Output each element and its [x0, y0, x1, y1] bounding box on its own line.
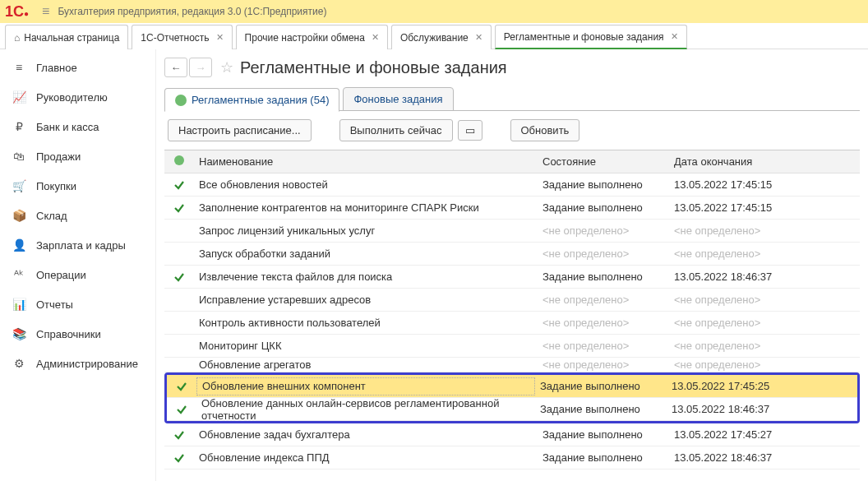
- check-icon: [175, 403, 188, 416]
- sidebar-item[interactable]: 📦Склад: [0, 201, 155, 230]
- row-date-cell: <не определено>: [669, 340, 801, 352]
- close-icon[interactable]: ✕: [475, 32, 482, 43]
- sidebar-item[interactable]: 🛍Продажи: [0, 141, 155, 171]
- row-name-cell: Обновление индекса ППД: [194, 451, 538, 464]
- row-name-cell: Контроль активности пользователей: [194, 317, 538, 329]
- sidebar-item[interactable]: ≡Главное: [0, 53, 155, 82]
- sidebar-icon: ≡: [10, 61, 28, 74]
- refresh-button[interactable]: Обновить: [510, 119, 580, 141]
- sidebar-label: Банк и касса: [36, 121, 99, 133]
- favorite-star-icon[interactable]: ☆: [220, 58, 233, 76]
- window-tab[interactable]: 1С-Отчетность✕: [132, 25, 232, 49]
- table-row[interactable]: Заполнение контрагентов на мониторинге С…: [164, 197, 860, 220]
- table-row[interactable]: Запуск обработки заданий<не определено><…: [164, 243, 860, 266]
- row-name-cell: Мониторинг ЦКК: [194, 340, 538, 352]
- row-state-cell: Задание выполнено: [538, 271, 669, 283]
- sidebar-label: Склад: [36, 210, 67, 222]
- row-name-cell: Все обновления новостей: [194, 178, 538, 191]
- row-date-cell: 13.05.2022 18:46:37: [667, 403, 798, 415]
- col-state[interactable]: Состояние: [538, 155, 669, 168]
- col-end-date[interactable]: Дата окончания: [669, 155, 801, 168]
- row-date-cell: <не определено>: [669, 317, 801, 329]
- sidebar-icon: ₽: [10, 120, 28, 133]
- col-name[interactable]: Наименование: [194, 155, 538, 168]
- window-tab[interactable]: ⌂Начальная страница: [5, 25, 128, 49]
- sidebar-item[interactable]: ᴬᵏОперации: [0, 260, 155, 289]
- row-name-cell: Заполнение контрагентов на мониторинге С…: [194, 201, 538, 214]
- table-row[interactable]: Обновление агрегатов<не определено><не о…: [164, 358, 860, 372]
- sidebar-item[interactable]: ⚙Администрирование: [0, 349, 155, 378]
- app-title: Бухгалтерия предприятия, редакция 3.0 (1…: [58, 6, 326, 17]
- sidebar-label: Отчеты: [36, 298, 73, 311]
- window-tab[interactable]: Прочие настройки обмена✕: [236, 25, 388, 49]
- schedule-button[interactable]: Настроить расписание...: [168, 119, 312, 141]
- navigation-sidebar: ≡Главное📈Руководителю₽Банк и касса🛍Прода…: [0, 49, 156, 481]
- check-icon: [173, 451, 186, 465]
- tab-label: 1С-Отчетность: [141, 32, 209, 44]
- close-icon[interactable]: ✕: [372, 32, 379, 43]
- logo-1c: 1C●: [5, 3, 29, 21]
- table-row[interactable]: Обновление задач бухгалтераЗадание выпол…: [164, 423, 860, 446]
- row-state-cell: Задание выполнено: [538, 201, 669, 214]
- row-date-cell: 13.05.2022 17:45:15: [669, 201, 801, 214]
- sidebar-item[interactable]: 📊Отчеты: [0, 289, 155, 319]
- table-row[interactable]: Все обновления новостейЗадание выполнено…: [164, 173, 860, 197]
- sidebar-icon: 🛍: [10, 150, 28, 163]
- row-status-cell: [167, 380, 196, 393]
- sidebar-icon: 🛒: [10, 179, 28, 192]
- sidebar-label: Покупки: [36, 180, 76, 192]
- row-status-cell: [164, 451, 194, 465]
- row-name-cell: Обновление задач бухгалтера: [194, 428, 538, 441]
- window-tab[interactable]: Регламентные и фоновые задания✕: [495, 25, 687, 49]
- table-row[interactable]: Обновление индекса ППДЗадание выполнено1…: [164, 446, 860, 469]
- run-now-button[interactable]: Выполнить сейчас: [339, 119, 453, 141]
- sidebar-icon: ⚙: [10, 357, 28, 370]
- row-status-cell: [164, 428, 194, 442]
- table-row[interactable]: Исправление устаревших адресов<не опреде…: [164, 289, 860, 312]
- row-name-cell: Извлечение текста файлов для поиска: [194, 271, 538, 283]
- nav-back-button[interactable]: ←: [164, 58, 187, 77]
- table-row[interactable]: Запрос лицензий уникальных услуг<не опре…: [164, 220, 860, 243]
- row-date-cell: <не определено>: [669, 358, 801, 371]
- toolbar: Настроить расписание... Выполнить сейчас…: [164, 111, 860, 150]
- close-icon[interactable]: ✕: [671, 31, 678, 42]
- close-icon[interactable]: ✕: [216, 32, 224, 43]
- sidebar-label: Справочники: [36, 328, 101, 340]
- main-menu-icon[interactable]: ≡: [42, 4, 49, 19]
- content-area: ← → ☆ Регламентные и фоновые задания Рег…: [156, 49, 868, 481]
- row-date-cell: <не определено>: [669, 294, 801, 306]
- row-date-cell: 13.05.2022 17:45:15: [669, 178, 801, 191]
- sidebar-item[interactable]: 📚Справочники: [0, 319, 155, 349]
- row-state-cell: <не определено>: [538, 247, 669, 260]
- check-icon: [173, 178, 186, 192]
- table-row[interactable]: Извлечение текста файлов для поискаЗадан…: [164, 266, 860, 289]
- row-date-cell: 13.05.2022 18:46:37: [669, 451, 801, 464]
- table-row[interactable]: Обновление данных онлайн-сервисов реглам…: [167, 398, 857, 421]
- row-status-cell: [167, 403, 196, 416]
- sidebar-label: Администрирование: [36, 358, 138, 370]
- table-row[interactable]: Обновление внешних компонентЗадание выпо…: [167, 375, 857, 398]
- sidebar-item[interactable]: 📈Руководителю: [0, 82, 155, 112]
- sidebar-item[interactable]: 👤Зарплата и кадры: [0, 230, 155, 260]
- subtabs: Регламентные задания (54)Фоновые задания: [164, 87, 860, 111]
- card-view-button[interactable]: ▭: [458, 120, 482, 141]
- row-name-cell: Обновление данных онлайн-сервисов реглам…: [196, 397, 535, 422]
- sidebar-item[interactable]: ₽Банк и касса: [0, 112, 155, 141]
- tab-label: Начальная страница: [24, 32, 119, 44]
- row-state-cell: <не определено>: [538, 224, 669, 237]
- sidebar-label: Операции: [36, 269, 86, 281]
- tab-label: Обслуживание: [400, 32, 469, 44]
- sidebar-item[interactable]: 🛒Покупки: [0, 171, 155, 201]
- table-row[interactable]: Контроль активности пользователей<не опр…: [164, 312, 860, 335]
- window-tabs: ⌂Начальная страница1С-Отчетность✕Прочие …: [0, 23, 868, 49]
- subtab[interactable]: Фоновые задания: [343, 87, 453, 111]
- check-icon: [173, 428, 186, 442]
- subtab[interactable]: Регламентные задания (54): [164, 88, 339, 112]
- home-icon: ⌂: [14, 32, 20, 44]
- table-row[interactable]: Мониторинг ЦКК<не определено><не определ…: [164, 335, 860, 358]
- nav-forward-button[interactable]: →: [189, 58, 212, 77]
- window-tab[interactable]: Обслуживание✕: [391, 25, 492, 49]
- row-status-cell: [164, 178, 194, 192]
- row-name-cell: Обновление внешних компонент: [196, 377, 535, 395]
- col-status-icon[interactable]: [164, 155, 194, 168]
